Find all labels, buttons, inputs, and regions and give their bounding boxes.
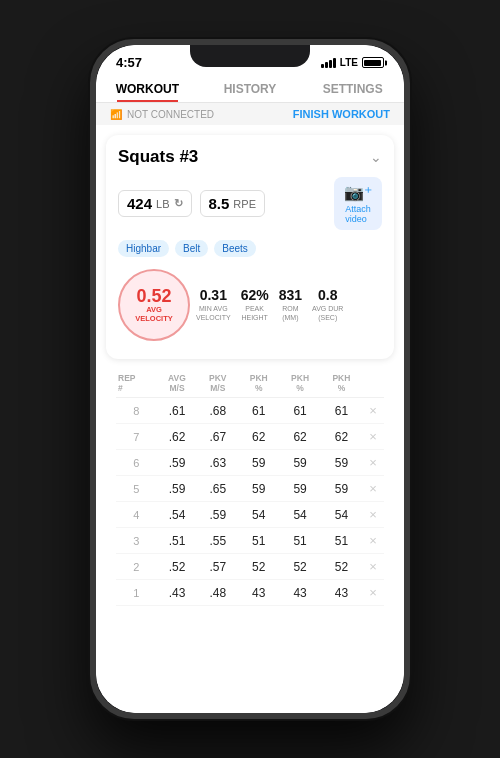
tab-history[interactable]: HISTORY — [199, 74, 302, 102]
cell-pkh3: 43 — [321, 580, 362, 606]
delete-row-button[interactable]: × — [362, 476, 384, 502]
rpe-box[interactable]: 8.5 RPE — [200, 190, 265, 217]
cell-rep: 2 — [116, 554, 156, 580]
cell-pkh1: 61 — [238, 398, 279, 424]
cell-avg: .43 — [156, 580, 197, 606]
col-avg: AVGm/s — [156, 369, 197, 398]
cell-rep: 7 — [116, 424, 156, 450]
chevron-up-icon[interactable]: ⌄ — [370, 149, 382, 165]
workout-title: Squats #3 — [118, 147, 198, 167]
avg-dur-label: AVG DUR(sec) — [312, 304, 343, 322]
cell-pkh1: 52 — [238, 554, 279, 580]
cell-pkh2: 51 — [279, 528, 320, 554]
cell-rep: 3 — [116, 528, 156, 554]
refresh-icon[interactable]: ↻ — [174, 197, 183, 210]
cell-pkv: .57 — [198, 554, 238, 580]
cell-pkh1: 43 — [238, 580, 279, 606]
tab-settings[interactable]: SETTINGS — [301, 74, 404, 102]
wifi-icon: 📶 — [110, 109, 122, 120]
cell-pkh3: 62 — [321, 424, 362, 450]
delete-row-button[interactable]: × — [362, 424, 384, 450]
col-rep: REP# — [116, 369, 156, 398]
delete-row-button[interactable]: × — [362, 528, 384, 554]
rom-label: ROM(mm) — [282, 304, 298, 322]
cell-rep: 5 — [116, 476, 156, 502]
finish-workout-button[interactable]: FINISH WORKOUT — [293, 108, 390, 120]
cell-pkv: .63 — [198, 450, 238, 476]
rom-stat: 831 ROM(mm) — [279, 288, 302, 322]
cell-pkh3: 61 — [321, 398, 362, 424]
attach-video-label: Attachvideo — [345, 204, 371, 224]
rpe-label: RPE — [233, 198, 256, 210]
cell-avg: .54 — [156, 502, 197, 528]
delete-row-button[interactable]: × — [362, 554, 384, 580]
phone-notch — [190, 45, 310, 67]
avg-velocity-label: AVGVELOCITY — [135, 305, 173, 323]
cell-rep: 4 — [116, 502, 156, 528]
table-row: 1 .43 .48 43 43 43 × — [116, 580, 384, 606]
table-header-row: REP# AVGm/s PKVm/s PKH% PKH% PKH% — [116, 369, 384, 398]
cell-rep: 8 — [116, 398, 156, 424]
avg-velocity-value: 0.52 — [136, 287, 171, 305]
delete-row-button[interactable]: × — [362, 398, 384, 424]
tag-belt[interactable]: Belt — [175, 240, 208, 257]
delete-row-button[interactable]: × — [362, 580, 384, 606]
col-pkh2: PKH% — [279, 369, 320, 398]
tags-row: Highbar Belt Beets — [118, 240, 382, 257]
table-row: 2 .52 .57 52 52 52 × — [116, 554, 384, 580]
avg-dur-value: 0.8 — [318, 288, 337, 303]
cell-pkv: .59 — [198, 502, 238, 528]
weight-box[interactable]: 424 LB ↻ — [118, 190, 192, 217]
cell-avg: .52 — [156, 554, 197, 580]
connection-bar: 📶 NOT CONNECTED FINISH WORKOUT — [96, 103, 404, 125]
workout-header: Squats #3 ⌄ — [118, 147, 382, 167]
cell-pkh2: 43 — [279, 580, 320, 606]
cell-pkh1: 59 — [238, 476, 279, 502]
tab-workout[interactable]: WORKOUT — [96, 74, 199, 102]
connection-status: 📶 NOT CONNECTED — [110, 109, 214, 120]
cell-pkh1: 54 — [238, 502, 279, 528]
table-row: 6 .59 .63 59 59 59 × — [116, 450, 384, 476]
min-avg-velocity-label: MIN AVGVELOCITY — [196, 304, 231, 322]
delete-row-button[interactable]: × — [362, 502, 384, 528]
attach-video-button[interactable]: 📷⁺ Attachvideo — [334, 177, 382, 230]
workout-card: Squats #3 ⌄ 424 LB ↻ 8.5 RPE 📷⁺ — [106, 135, 394, 359]
stats-grid: 0.31 MIN AVGVELOCITY 62% PEAKHEIGHT 831 … — [196, 288, 382, 322]
lte-label: LTE — [340, 57, 358, 68]
table-row: 3 .51 .55 51 51 51 × — [116, 528, 384, 554]
battery-icon — [362, 57, 384, 68]
cell-pkh3: 54 — [321, 502, 362, 528]
tag-beets[interactable]: Beets — [214, 240, 256, 257]
cell-pkh2: 59 — [279, 450, 320, 476]
cell-pkv: .67 — [198, 424, 238, 450]
cell-pkv: .55 — [198, 528, 238, 554]
min-avg-velocity-stat: 0.31 MIN AVGVELOCITY — [196, 288, 231, 322]
cell-avg: .59 — [156, 450, 197, 476]
cell-pkh2: 54 — [279, 502, 320, 528]
cell-pkh1: 59 — [238, 450, 279, 476]
min-avg-velocity-value: 0.31 — [200, 288, 227, 303]
cell-pkh2: 61 — [279, 398, 320, 424]
signal-bars-icon — [321, 58, 336, 68]
status-time: 4:57 — [116, 55, 142, 70]
peak-height-value: 62% — [241, 288, 269, 303]
main-content: Squats #3 ⌄ 424 LB ↻ 8.5 RPE 📷⁺ — [96, 125, 404, 713]
rep-table-body: 8 .61 .68 61 61 61 × 7 .62 .67 62 62 62 … — [116, 398, 384, 606]
delete-row-button[interactable]: × — [362, 450, 384, 476]
col-pkh3: PKH% — [321, 369, 362, 398]
peak-height-stat: 62% PEAKHEIGHT — [241, 288, 269, 322]
cell-pkh1: 51 — [238, 528, 279, 554]
cell-pkh3: 59 — [321, 476, 362, 502]
rpe-value: 8.5 — [209, 195, 230, 212]
cell-pkv: .48 — [198, 580, 238, 606]
cell-pkv: .68 — [198, 398, 238, 424]
nav-tabs: WORKOUT HISTORY SETTINGS — [96, 74, 404, 103]
table-row: 8 .61 .68 61 61 61 × — [116, 398, 384, 424]
cell-pkv: .65 — [198, 476, 238, 502]
weight-value: 424 — [127, 195, 152, 212]
table-row: 4 .54 .59 54 54 54 × — [116, 502, 384, 528]
tag-highbar[interactable]: Highbar — [118, 240, 169, 257]
col-pkh1: PKH% — [238, 369, 279, 398]
cell-avg: .59 — [156, 476, 197, 502]
stats-row: 0.52 AVGVELOCITY 0.31 MIN AVGVELOCITY 62… — [118, 269, 382, 341]
